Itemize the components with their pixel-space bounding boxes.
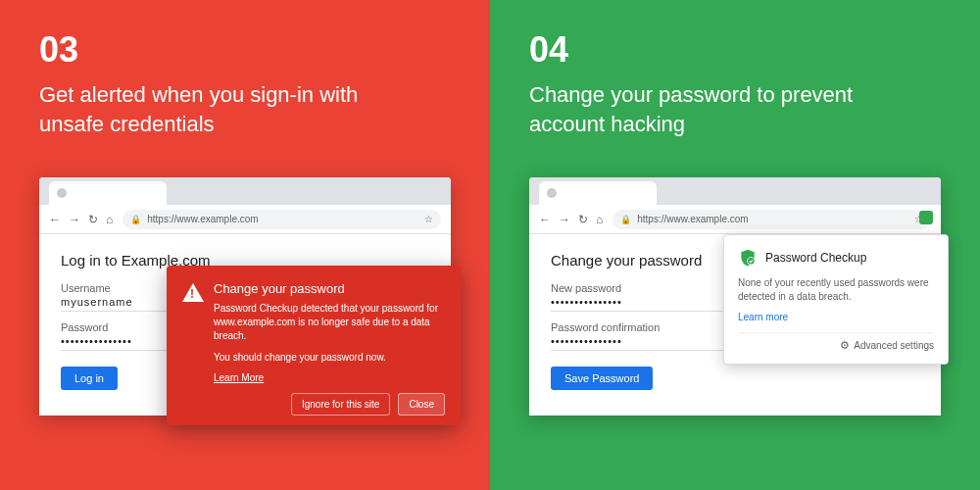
extension-icon[interactable] xyxy=(919,211,933,224)
password-checkup-popup: Password Checkup None of your recently u… xyxy=(723,234,949,365)
browser-toolbar: ← → ↻ ⌂ 🔒 https://www.example.com ☆ xyxy=(529,205,941,234)
alert-body-1: Password Checkup detected that your pass… xyxy=(214,302,445,343)
address-bar[interactable]: 🔒 https://www.example.com ☆ xyxy=(122,210,441,229)
ext-title: Password Checkup xyxy=(765,251,866,265)
browser-tab[interactable] xyxy=(539,181,657,205)
breach-alert-popup: Change your password Password Checkup de… xyxy=(167,266,461,425)
lock-icon: 🔒 xyxy=(620,215,631,224)
save-password-button[interactable]: Save Password xyxy=(551,367,653,390)
back-icon[interactable]: ← xyxy=(49,213,61,226)
step-title: Change your password to prevent account … xyxy=(529,80,902,138)
ext-body: None of your recently used passwords wer… xyxy=(738,276,934,304)
home-icon[interactable]: ⌂ xyxy=(106,213,113,226)
step-title: Get alerted when you sign-in with unsafe… xyxy=(39,80,412,138)
browser-window: ← → ↻ ⌂ 🔒 https://www.example.com ☆ Log … xyxy=(39,177,451,416)
step-number: 03 xyxy=(39,29,451,71)
lock-icon: 🔒 xyxy=(130,215,141,224)
favicon xyxy=(57,188,67,198)
gear-icon: ⚙ xyxy=(840,339,850,352)
learn-more-link[interactable]: Learn More xyxy=(214,372,445,383)
panel-step-3: 03 Get alerted when you sign-in with uns… xyxy=(0,0,490,490)
warning-icon xyxy=(182,283,204,302)
alert-body-2: You should change your password now. xyxy=(214,351,445,365)
forward-icon[interactable]: → xyxy=(69,213,80,226)
nav-buttons: ← → ↻ ⌂ xyxy=(49,213,113,226)
step-number: 04 xyxy=(529,29,941,71)
reload-icon[interactable]: ↻ xyxy=(88,213,98,226)
home-icon[interactable]: ⌂ xyxy=(596,213,603,226)
url-text: https://www.example.com xyxy=(147,214,258,224)
address-bar[interactable]: 🔒 https://www.example.com ☆ xyxy=(612,210,931,229)
reload-icon[interactable]: ↻ xyxy=(578,213,588,226)
learn-more-link[interactable]: Learn more xyxy=(738,312,934,322)
url-text: https://www.example.com xyxy=(637,214,748,224)
forward-icon[interactable]: → xyxy=(559,213,570,226)
shield-icon xyxy=(738,247,758,269)
advanced-settings-link[interactable]: Advanced settings xyxy=(854,340,934,351)
close-button[interactable]: Close xyxy=(398,393,445,416)
nav-buttons: ← → ↻ ⌂ xyxy=(539,213,603,226)
login-button[interactable]: Log in xyxy=(61,367,118,390)
browser-tab[interactable] xyxy=(49,181,167,205)
ignore-button[interactable]: Ignore for this site xyxy=(291,393,390,416)
alert-title: Change your password xyxy=(214,281,445,296)
panel-step-4: 04 Change your password to prevent accou… xyxy=(490,0,980,490)
browser-toolbar: ← → ↻ ⌂ 🔒 https://www.example.com ☆ xyxy=(39,205,451,234)
star-icon[interactable]: ☆ xyxy=(424,214,433,224)
tab-strip xyxy=(529,177,941,205)
tab-strip xyxy=(39,177,451,205)
favicon xyxy=(547,188,557,198)
back-icon[interactable]: ← xyxy=(539,213,551,226)
browser-window: ← → ↻ ⌂ 🔒 https://www.example.com ☆ Chan… xyxy=(529,177,941,416)
